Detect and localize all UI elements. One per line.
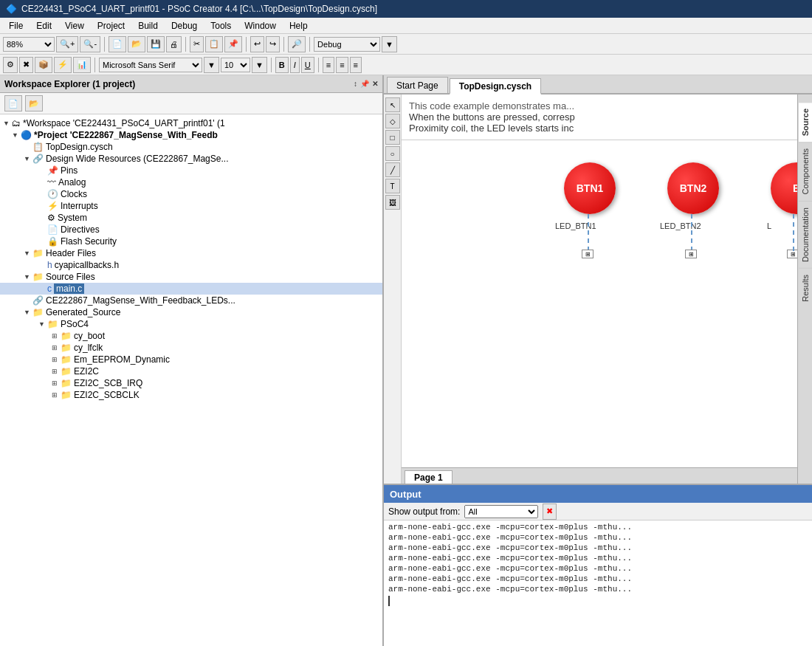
italic-btn[interactable]: I bbox=[290, 57, 300, 73]
font-dropdown[interactable]: ▼ bbox=[204, 57, 219, 73]
line-btn[interactable]: ╱ bbox=[385, 162, 400, 177]
align-center-btn[interactable]: ≡ bbox=[336, 57, 348, 73]
text-btn[interactable]: T bbox=[385, 179, 400, 193]
header-files-expand[interactable]: ▼ bbox=[24, 250, 32, 257]
psoc4-item[interactable]: ▼ 📁 PSoC4 bbox=[0, 318, 382, 330]
generated-source-item[interactable]: ▼ 📁 Generated_Source bbox=[0, 306, 382, 318]
workspace-root-item[interactable]: ▼ 🗂 *Workspace 'CE224431_PSoC4_UART_prin… bbox=[0, 117, 382, 129]
font-size-dropdown[interactable]: ▼ bbox=[252, 57, 267, 73]
cy-boot-expand[interactable]: ⊞ bbox=[52, 332, 61, 340]
zoom-in-btn[interactable]: 🔍+ bbox=[56, 36, 78, 52]
btn3-circle[interactable]: B bbox=[771, 162, 797, 214]
save-btn[interactable]: 💾 bbox=[147, 36, 165, 52]
zoom-select[interactable]: 88% 100% 75% bbox=[3, 37, 55, 52]
cut-btn[interactable]: ✂ bbox=[190, 36, 204, 52]
vtab-components[interactable]: Components bbox=[799, 142, 812, 200]
image-btn[interactable]: 🖼 bbox=[385, 195, 400, 210]
tb2-btn4[interactable]: ⚡ bbox=[54, 57, 72, 73]
cy-boot-item[interactable]: ⊞ 📁 cy_boot bbox=[0, 330, 382, 342]
copy-btn[interactable]: 📋 bbox=[205, 36, 223, 52]
clear-output-btn[interactable]: ✖ bbox=[543, 504, 557, 520]
vtab-documentation[interactable]: Documentation bbox=[799, 201, 812, 268]
font-size-select[interactable]: 10 12 14 bbox=[221, 58, 250, 72]
design-wide-expand[interactable]: ▼ bbox=[24, 155, 32, 162]
ezi2c-scb-item[interactable]: ⊞ 📁 EZI2C_SCB_IRQ bbox=[0, 377, 382, 389]
cyapicallbacks-item[interactable]: h cyapicallbacks.h bbox=[0, 259, 382, 271]
em-eeprom-item[interactable]: ⊞ 📁 Em_EEPROM_Dynamic bbox=[0, 354, 382, 365]
zoom-out-btn[interactable]: 🔍- bbox=[80, 36, 100, 52]
topdesign-item[interactable]: 📋 TopDesign.cysch bbox=[0, 141, 382, 153]
menu-debug[interactable]: Debug bbox=[165, 19, 203, 32]
ws-btn2[interactable]: 📂 bbox=[25, 95, 43, 111]
clocks-item[interactable]: 🕐 Clocks bbox=[0, 188, 382, 200]
cy-lfclk-expand[interactable]: ⊞ bbox=[52, 344, 61, 351]
menu-help[interactable]: Help bbox=[283, 19, 314, 32]
ezi2c-scbclk-item[interactable]: ⊞ 📁 EZI2C_SCBCLK bbox=[0, 389, 382, 401]
menu-view[interactable]: View bbox=[59, 19, 90, 32]
output-filter-select[interactable]: All Build Debug bbox=[464, 505, 538, 518]
close-workspace-btn[interactable]: ✕ bbox=[372, 80, 378, 88]
em-eeprom-expand[interactable]: ⊞ bbox=[52, 356, 61, 363]
dock-btn[interactable]: ↕ bbox=[354, 80, 357, 88]
system-item[interactable]: ⚙ System bbox=[0, 212, 382, 224]
menu-window[interactable]: Window bbox=[238, 19, 282, 32]
analog-item[interactable]: 〰 Analog bbox=[0, 176, 382, 188]
tb2-btn3[interactable]: 📦 bbox=[35, 57, 52, 73]
tb2-btn2[interactable]: ✖ bbox=[19, 57, 33, 73]
tb2-btn5[interactable]: 📊 bbox=[73, 57, 91, 73]
menu-file[interactable]: File bbox=[3, 19, 29, 32]
debug-select[interactable]: Debug Release bbox=[314, 37, 380, 52]
interrupts-item[interactable]: ⚡ Interrupts bbox=[0, 200, 382, 212]
main-c-item[interactable]: c main.c bbox=[0, 283, 382, 295]
bold-btn[interactable]: B bbox=[275, 57, 289, 73]
diamond-btn[interactable]: ◇ bbox=[385, 114, 400, 128]
menu-edit[interactable]: Edit bbox=[30, 19, 58, 32]
ce-file-item[interactable]: 🔗 CE222867_MagSense_With_Feedback_LEDs..… bbox=[0, 295, 382, 306]
cy-lfclk-item[interactable]: ⊞ 📁 cy_lfclk bbox=[0, 342, 382, 354]
menu-project[interactable]: Project bbox=[92, 19, 131, 32]
tab-topdesign[interactable]: TopDesign.cysch bbox=[450, 78, 541, 95]
ezi2c-expand[interactable]: ⊞ bbox=[52, 368, 61, 375]
align-right-btn[interactable]: ≡ bbox=[350, 57, 362, 73]
ezi2c-scb-expand[interactable]: ⊞ bbox=[52, 379, 61, 387]
btn2-circle[interactable]: BTN2 bbox=[667, 162, 719, 214]
tb2-btn1[interactable]: ⚙ bbox=[3, 57, 18, 73]
source-files-expand[interactable]: ▼ bbox=[24, 273, 32, 281]
menu-tools[interactable]: Tools bbox=[204, 19, 237, 32]
vtab-results[interactable]: Results bbox=[799, 268, 812, 308]
ezi2c-item[interactable]: ⊞ 📁 EZI2C bbox=[0, 365, 382, 377]
redo-btn[interactable]: ↪ bbox=[266, 36, 280, 52]
project-expand[interactable]: ▼ bbox=[12, 131, 21, 139]
source-files-item[interactable]: ▼ 📁 Source Files bbox=[0, 271, 382, 283]
debug-dropdown-btn[interactable]: ▼ bbox=[382, 36, 397, 52]
print-btn[interactable]: 🖨 bbox=[166, 36, 182, 52]
vtab-source[interactable]: Source bbox=[799, 102, 812, 142]
menu-build[interactable]: Build bbox=[132, 19, 164, 32]
header-files-item[interactable]: ▼ 📁 Header Files bbox=[0, 247, 382, 259]
paste-btn[interactable]: 📌 bbox=[224, 36, 242, 52]
underline-btn[interactable]: U bbox=[301, 57, 314, 73]
btn1-circle[interactable]: BTN1 bbox=[564, 162, 616, 214]
align-left-btn[interactable]: ≡ bbox=[323, 57, 334, 73]
pin-btn[interactable]: 📌 bbox=[360, 80, 369, 88]
open-btn[interactable]: 📂 bbox=[128, 36, 145, 52]
font-select[interactable]: Microsoft Sans Serif bbox=[99, 58, 202, 72]
flash-security-item[interactable]: 🔒 Flash Security bbox=[0, 236, 382, 247]
pins-item[interactable]: 📌 Pins bbox=[0, 165, 382, 176]
new-btn[interactable]: 📄 bbox=[109, 36, 126, 52]
psoc4-expand[interactable]: ▼ bbox=[38, 320, 47, 328]
ws-btn1[interactable]: 📄 bbox=[4, 95, 22, 111]
directives-item[interactable]: 📄 Directives bbox=[0, 224, 382, 236]
project-item[interactable]: ▼ 🔵 *Project 'CE222867_MagSense_With_Fee… bbox=[0, 129, 382, 141]
cursor-btn[interactable]: ↖ bbox=[385, 97, 400, 112]
tab-start-page[interactable]: Start Page bbox=[387, 77, 448, 93]
undo-btn[interactable]: ↩ bbox=[250, 36, 264, 52]
design-wide-item[interactable]: ▼ 🔗 Design Wide Resources (CE222867_MagS… bbox=[0, 153, 382, 165]
ezi2c-scbclk-expand[interactable]: ⊞ bbox=[52, 391, 61, 399]
page-1-tab[interactable]: Page 1 bbox=[405, 470, 453, 484]
circle-btn[interactable]: ○ bbox=[385, 146, 400, 161]
workspace-expand[interactable]: ▼ bbox=[3, 120, 12, 127]
rect-btn[interactable]: □ bbox=[385, 130, 400, 145]
find-btn[interactable]: 🔎 bbox=[288, 36, 306, 52]
generated-source-expand[interactable]: ▼ bbox=[24, 309, 32, 316]
